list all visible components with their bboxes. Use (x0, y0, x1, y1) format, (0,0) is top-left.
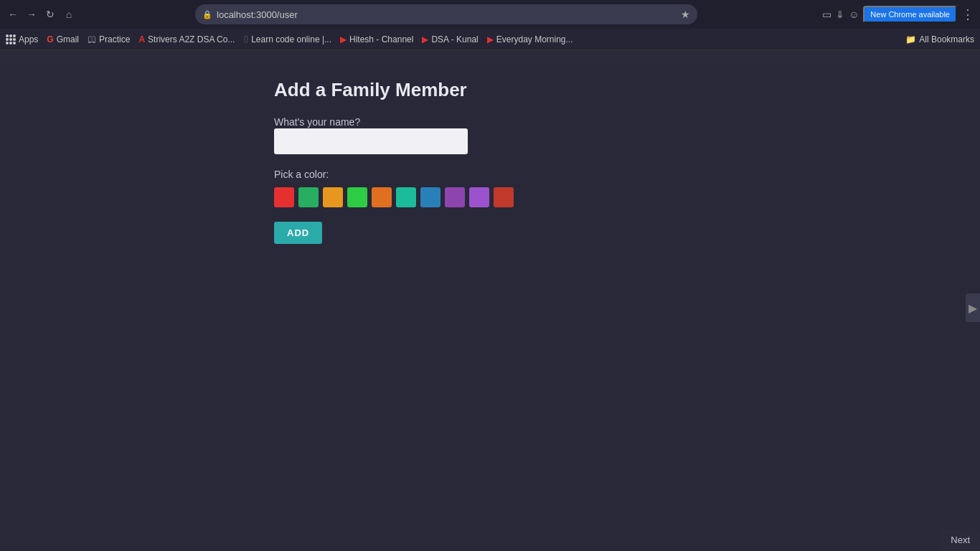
apps-grid-icon (6, 34, 16, 44)
everyday-icon: ▶ (487, 34, 494, 44)
bookmark-everyday[interactable]: ▶ Everyday Morning... (487, 34, 573, 44)
bookmarks-bar: Apps G Gmail 🕮 Practice A Strivers A2Z D… (0, 29, 980, 50)
gmail-label: Gmail (57, 34, 79, 44)
apps-label: Apps (19, 34, 38, 44)
bookmark-learncode[interactable]: {} Learn code online |... (243, 34, 331, 44)
practice-icon: 🕮 (88, 34, 96, 44)
lock-icon: 🔒 (202, 10, 212, 19)
color-label: Pick a color: (274, 169, 980, 180)
add-button[interactable]: ADD (274, 222, 322, 244)
color-swatch-teal[interactable] (396, 187, 416, 207)
url-text: localhost:3000/user (217, 9, 298, 20)
color-swatch-lime[interactable] (347, 187, 367, 207)
gmail-icon: G (47, 34, 53, 44)
form-container: Add a Family Member What's your name? Pi… (0, 65, 980, 244)
everyday-label: Everyday Morning... (496, 34, 573, 44)
all-bookmarks[interactable]: 📁 All Bookmarks (905, 34, 974, 44)
hitesh-label: Hitesh - Channel (349, 34, 413, 44)
bookmark-apps[interactable]: Apps (6, 34, 38, 44)
color-swatch-orange[interactable] (323, 187, 343, 207)
bookmark-gmail[interactable]: G Gmail (47, 34, 79, 44)
strivers-icon: A (138, 34, 145, 44)
dsa-icon: ▶ (422, 34, 428, 44)
browser-actions: ▭ ⇓ ☺ New Chrome available ⋮ (822, 6, 974, 23)
home-button[interactable]: ⌂ (62, 7, 76, 22)
bookmark-dsa[interactable]: ▶ DSA - Kunal (422, 34, 478, 44)
color-swatches (274, 187, 980, 207)
name-field-group: What's your name? (274, 116, 980, 154)
new-chrome-button[interactable]: New Chrome available (863, 6, 957, 23)
color-swatch-blue[interactable] (420, 187, 440, 207)
account-icon[interactable]: ☺ (849, 9, 859, 20)
page-content: Add a Family Member What's your name? Pi… (0, 65, 980, 551)
color-swatch-darkorange[interactable] (372, 187, 392, 207)
name-input[interactable] (274, 128, 468, 154)
all-bookmarks-folder-icon: 📁 (905, 34, 916, 44)
page-title: Add a Family Member (274, 79, 980, 101)
color-swatch-green[interactable] (298, 187, 319, 207)
chevron-right-icon: ▶ (969, 301, 977, 315)
name-label: What's your name? (274, 116, 360, 128)
forward-button[interactable]: → (24, 7, 39, 22)
color-swatch-crimson[interactable] (494, 187, 514, 207)
bookmark-strivers[interactable]: A Strivers A2Z DSA Co... (138, 34, 235, 44)
practice-label: Practice (99, 34, 130, 44)
strivers-label: Strivers A2Z DSA Co... (148, 34, 235, 44)
back-button[interactable]: ← (6, 7, 20, 22)
star-icon[interactable]: ★ (681, 9, 690, 20)
learncode-label: Learn code online |... (251, 34, 331, 44)
color-swatch-red[interactable] (274, 187, 294, 207)
color-section: Pick a color: (274, 169, 980, 207)
reload-button[interactable]: ↻ (43, 7, 57, 22)
extensions-icon[interactable]: ▭ (822, 9, 831, 20)
dsa-label: DSA - Kunal (431, 34, 478, 44)
bookmark-hitesh[interactable]: ▶ Hitesh - Channel (340, 34, 413, 44)
side-panel-toggle[interactable]: ▶ (966, 293, 980, 322)
color-swatch-purple[interactable] (445, 187, 465, 207)
hitesh-icon: ▶ (340, 34, 347, 44)
color-swatch-violet[interactable] (469, 187, 489, 207)
learncode-icon: {} (243, 35, 248, 43)
menu-dots[interactable]: ⋮ (961, 6, 974, 22)
titlebar: ← → ↻ ⌂ 🔒 localhost:3000/user ★ ▭ ⇓ ☺ Ne… (0, 0, 980, 29)
bookmark-practice[interactable]: 🕮 Practice (88, 34, 130, 44)
address-bar[interactable]: 🔒 localhost:3000/user ★ (195, 4, 697, 24)
next-button[interactable]: Next (941, 529, 980, 551)
download-icon[interactable]: ⇓ (836, 9, 844, 20)
browser-chrome: ← → ↻ ⌂ 🔒 localhost:3000/user ★ ▭ ⇓ ☺ Ne… (0, 0, 980, 65)
all-bookmarks-label: All Bookmarks (919, 34, 974, 44)
